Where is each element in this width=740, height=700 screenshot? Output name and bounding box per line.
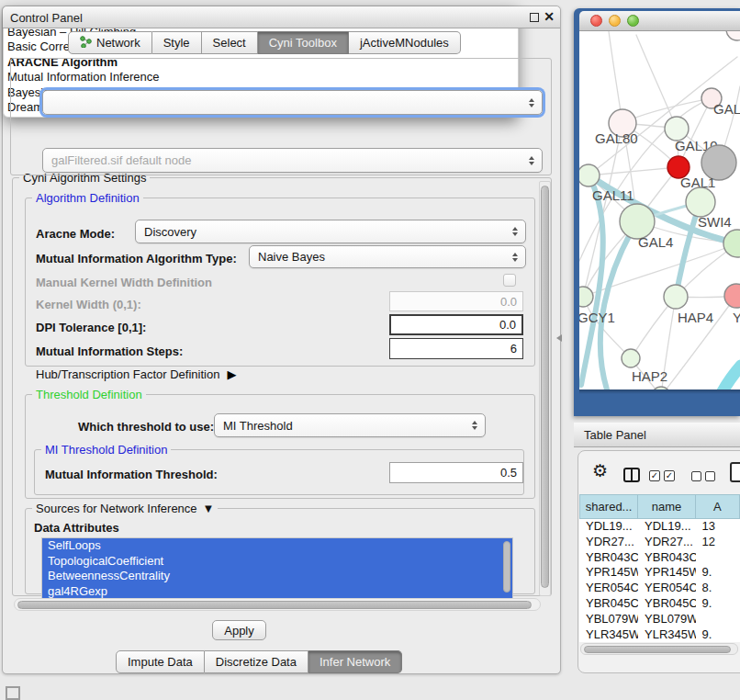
settings-horizontal-scrollbar[interactable] [14,598,541,611]
table-row[interactable]: YPR145WYPR145W9. [579,565,740,581]
zoom-traffic-light-icon[interactable] [627,15,639,27]
attribute-item-gal4rgexp[interactable]: gal4RGexp [42,584,512,599]
attribute-item-selfloops[interactable]: SelfLoops [42,538,512,554]
node-label: HAP2 [632,368,667,384]
combo-arrows-icon [512,253,518,262]
mi-algorithm-type-value: Naive Bayes [258,250,325,264]
scrollbar-thumb[interactable] [584,646,731,653]
table-cell: YBR043C [638,550,696,566]
network-node-Y[interactable] [724,284,740,308]
network-node[interactable] [723,230,740,257]
tab-cyni-toolbox[interactable]: Cyni Toolbox [258,31,349,54]
tab-network[interactable]: Network [68,31,152,54]
algorithm-select-combo[interactable] [42,90,543,115]
close-icon[interactable]: ✕ [544,9,555,24]
network-edge [711,366,740,390]
show-columns-icon[interactable] [623,468,640,482]
table-cell: YDR27... [579,535,638,550]
table-header-row: shared... name A [579,494,740,519]
table-row[interactable]: YER054CYER054C8. [579,581,740,596]
tab-label: jActiveMNodules [360,36,449,50]
table-row[interactable]: YDL19...YDL19...13 [579,519,740,535]
select-all-icon[interactable]: ✓ ✓ [649,470,675,481]
network-tab-icon [80,36,92,51]
deselect-all-icon[interactable] [691,471,715,481]
network-node-HAP4[interactable] [664,285,688,309]
data-attributes-list[interactable]: SelfLoops TopologicalCoefficient Between… [41,537,513,599]
network-canvas[interactable]: GALGAL80GAL10GAL1GAL11GAL4SWI4GCY1HAP4YH… [579,31,740,390]
table-row[interactable]: YDR27...YDR27...12 [579,535,740,550]
kernel-width-label: Kernel Width (0,1): [36,298,141,311]
window-title: Control Panel [10,11,83,25]
apply-button[interactable]: Apply [212,620,266,640]
expanded-arrow-icon[interactable]: ▼ [203,502,215,515]
table-row[interactable]: YBR043CYBR043C [579,550,740,566]
float-window-icon[interactable] [530,13,539,22]
column-header-partial[interactable]: A [696,494,740,519]
which-threshold-value: MI Threshold [223,419,293,433]
node-label: SWI4 [698,214,732,230]
group-title: Algorithm Definition [32,191,143,205]
float-panel-icon[interactable] [6,686,20,700]
table-cell: 8. [696,581,740,596]
table-panel-titlebar[interactable]: Table Panel [574,423,740,447]
panel-divider-arrow[interactable] [556,334,562,342]
close-traffic-light-icon[interactable] [590,15,602,27]
hub-transcription-section[interactable]: Hub/Transcription Factor Definition ▶ [36,367,236,381]
table-row[interactable]: YBL079WYBL079W [579,612,740,627]
tab-select[interactable]: Select [202,31,258,54]
table-cell: YBR045C [579,596,638,612]
table-cell: YDR27... [638,535,696,550]
aracne-mode-value: Discovery [144,225,196,239]
kernel-width-input[interactable]: 0.0 [389,291,523,311]
tab-label: Style [163,36,190,50]
mi-threshold-label: Mutual Information Threshold: [45,468,218,481]
table-row[interactable]: YLR345WYLR345W9. [579,627,740,642]
network-node-GAL11[interactable] [579,164,600,186]
table-cell: YBL079W [638,612,696,627]
dpi-tolerance-input[interactable]: 0.0 [389,314,523,335]
scrollbar-thumb[interactable] [541,186,549,588]
manual-kernel-checkbox[interactable] [503,274,516,287]
column-header-name[interactable]: name [638,494,696,519]
node-label: GAL80 [595,130,638,146]
attribute-list-scrollbar[interactable] [503,541,510,593]
mi-algorithm-type-combo[interactable]: Naive Bayes [249,245,526,268]
new-table-icon[interactable] [730,462,740,482]
tab-jactivemnodules[interactable]: jActiveMNodules [349,31,461,54]
attribute-item-topologicalcoefficient[interactable]: TopologicalCoefficient [42,554,512,570]
network-node-GCY1[interactable] [579,287,593,307]
table-horizontal-scrollbar[interactable] [580,643,738,655]
network-table-combo[interactable]: galFiltered.sif default node [42,148,543,173]
gear-icon[interactable]: ⚙ [592,462,608,480]
scrollbar-thumb[interactable] [17,601,532,609]
attribute-item-betweennesscentrality[interactable]: BetweennessCentrality [42,569,512,584]
control-panel-titlebar[interactable]: Control Panel ✕ [3,6,560,28]
mi-steps-input[interactable]: 6 [389,338,523,359]
tab-label: Infer Network [320,655,390,669]
which-threshold-combo[interactable]: MI Threshold [214,413,486,437]
mi-steps-label: Mutual Information Steps: [36,344,183,358]
node-table: shared... name A YDL19...YDL19...13YDR27… [579,494,740,642]
network-node[interactable] [726,31,740,40]
table-cell: YPR145W [579,565,638,581]
network-node-SWI4[interactable] [686,187,715,217]
column-header-shared-name[interactable]: shared... [579,494,638,519]
tab-infer-network[interactable]: Infer Network [308,650,402,673]
table-row[interactable]: YBR045CYBR045C9. [579,596,740,612]
checked-box-icon: ✓ [649,470,660,481]
aracne-mode-combo[interactable]: Discovery [135,220,526,243]
control-panel-window: Control Panel ✕ Network Style Select Cyn… [2,6,561,674]
tab-discretize-data[interactable]: Discretize Data [205,650,308,673]
which-threshold-label: Which threshold to use: [78,420,214,434]
mi-threshold-input[interactable]: 0.5 [389,462,523,483]
tab-style[interactable]: Style [152,31,202,54]
minimize-traffic-light-icon[interactable] [609,15,621,27]
combo-arrows-icon [529,156,534,165]
network-node-HAP2[interactable] [622,349,640,367]
collapsed-arrow-icon[interactable]: ▶ [227,367,236,381]
tab-impute-data[interactable]: Impute Data [116,650,205,673]
network-view-titlebar[interactable] [579,11,740,31]
network-view-window: GALGAL80GAL10GAL1GAL11GAL4SWI4GCY1HAP4YH… [574,8,740,416]
settings-vertical-scrollbar[interactable] [539,181,551,596]
